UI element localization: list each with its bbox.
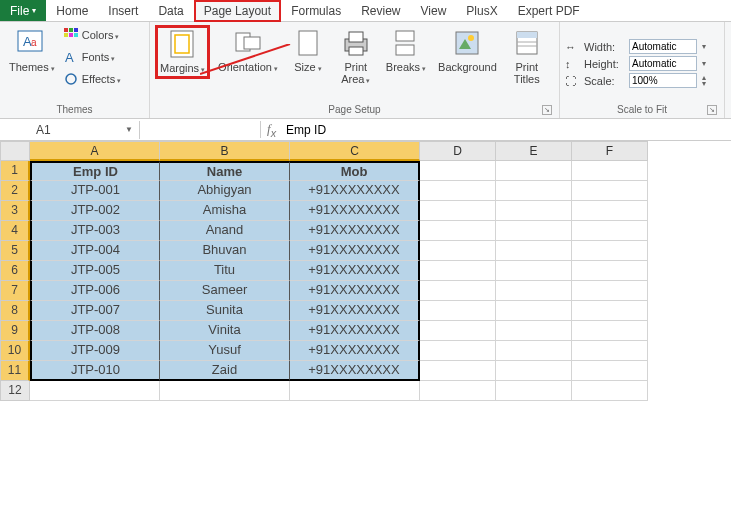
tab-formulas[interactable]: Formulas [281,0,351,21]
formula-bar[interactable] [282,121,731,139]
height-dropdown-icon[interactable]: ▾ [702,61,712,67]
cell-E4[interactable] [496,221,572,241]
row-header-9[interactable]: 9 [0,321,30,341]
cell-A9[interactable]: JTP-008 [30,321,160,341]
name-box-dropdown-icon[interactable]: ▼ [125,125,133,134]
cell-B12[interactable] [160,381,290,401]
cell-A8[interactable]: JTP-007 [30,301,160,321]
row-header-7[interactable]: 7 [0,281,30,301]
select-all-triangle[interactable] [0,141,30,161]
cell-F2[interactable] [572,181,648,201]
breaks-button[interactable]: Breaks [382,25,430,77]
cell-F10[interactable] [572,341,648,361]
cell-C4[interactable]: +91XXXXXXXX [290,221,420,241]
column-header-B[interactable]: B [160,141,290,161]
margins-button[interactable]: Margins [155,25,210,79]
cell-C6[interactable]: +91XXXXXXXX [290,261,420,281]
tab-view[interactable]: View [411,0,457,21]
row-header-12[interactable]: 12 [0,381,30,401]
file-tab[interactable]: File [0,0,46,21]
cell-D3[interactable] [420,201,496,221]
height-input[interactable] [629,56,697,71]
cell-A1[interactable]: Emp ID [30,161,160,181]
tab-insert[interactable]: Insert [98,0,148,21]
cell-B10[interactable]: Yusuf [160,341,290,361]
cell-E12[interactable] [496,381,572,401]
cell-A10[interactable]: JTP-009 [30,341,160,361]
cell-D1[interactable] [420,161,496,181]
row-header-8[interactable]: 8 [0,301,30,321]
colors-button[interactable]: Colors [63,25,121,45]
fonts-button[interactable]: A Fonts [63,47,121,67]
cell-E3[interactable] [496,201,572,221]
cell-C3[interactable]: +91XXXXXXXX [290,201,420,221]
tab-plusx[interactable]: PlusX [456,0,507,21]
cell-B5[interactable]: Bhuvan [160,241,290,261]
row-header-1[interactable]: 1 [0,161,30,181]
cell-A5[interactable]: JTP-004 [30,241,160,261]
tab-data[interactable]: Data [148,0,193,21]
row-header-4[interactable]: 4 [0,221,30,241]
width-input[interactable] [629,39,697,54]
cell-C11[interactable]: +91XXXXXXXX [290,361,420,381]
page-setup-launcher[interactable]: ↘ [542,105,552,115]
cell-A12[interactable] [30,381,160,401]
cell-E5[interactable] [496,241,572,261]
cell-E7[interactable] [496,281,572,301]
cell-C5[interactable]: +91XXXXXXXX [290,241,420,261]
cell-F11[interactable] [572,361,648,381]
cell-D12[interactable] [420,381,496,401]
size-button[interactable]: Size [286,25,330,77]
cell-B4[interactable]: Anand [160,221,290,241]
cell-B9[interactable]: Vinita [160,321,290,341]
scale-spinner[interactable]: ▴▾ [702,75,712,87]
row-header-3[interactable]: 3 [0,201,30,221]
cell-C8[interactable]: +91XXXXXXXX [290,301,420,321]
cell-A2[interactable]: JTP-001 [30,181,160,201]
fx-icon[interactable]: fx [260,121,282,139]
row-header-5[interactable]: 5 [0,241,30,261]
themes-button[interactable]: Aa Themes [5,25,59,77]
row-header-10[interactable]: 10 [0,341,30,361]
column-header-E[interactable]: E [496,141,572,161]
cell-C1[interactable]: Mob [290,161,420,181]
print-area-button[interactable]: Print Area [334,25,378,89]
cell-E9[interactable] [496,321,572,341]
cell-F8[interactable] [572,301,648,321]
cell-C12[interactable] [290,381,420,401]
cell-B3[interactable]: Amisha [160,201,290,221]
cell-C2[interactable]: +91XXXXXXXX [290,181,420,201]
cell-A4[interactable]: JTP-003 [30,221,160,241]
cell-B7[interactable]: Sameer [160,281,290,301]
row-header-11[interactable]: 11 [0,361,30,381]
cell-F6[interactable] [572,261,648,281]
tab-page-layout[interactable]: Page Layout [194,0,281,22]
cell-D2[interactable] [420,181,496,201]
cell-C9[interactable]: +91XXXXXXXX [290,321,420,341]
cell-D10[interactable] [420,341,496,361]
cell-D5[interactable] [420,241,496,261]
cell-E6[interactable] [496,261,572,281]
cell-F7[interactable] [572,281,648,301]
cell-E10[interactable] [496,341,572,361]
cell-E2[interactable] [496,181,572,201]
tab-home[interactable]: Home [46,0,98,21]
cell-A3[interactable]: JTP-002 [30,201,160,221]
cell-D4[interactable] [420,221,496,241]
column-header-D[interactable]: D [420,141,496,161]
worksheet-grid[interactable]: ABCDEF 1Emp IDNameMob2JTP-001Abhigyan+91… [0,141,731,401]
cell-C7[interactable]: +91XXXXXXXX [290,281,420,301]
cell-F4[interactable] [572,221,648,241]
cell-E8[interactable] [496,301,572,321]
cell-E11[interactable] [496,361,572,381]
cell-B8[interactable]: Sunita [160,301,290,321]
cell-B2[interactable]: Abhigyan [160,181,290,201]
column-header-A[interactable]: A [30,141,160,161]
effects-button[interactable]: Effects [63,69,121,89]
scale-to-fit-launcher[interactable]: ↘ [707,105,717,115]
tab-review[interactable]: Review [351,0,410,21]
cell-E1[interactable] [496,161,572,181]
name-box[interactable]: A1▼ [30,121,140,139]
cell-D11[interactable] [420,361,496,381]
cell-F9[interactable] [572,321,648,341]
